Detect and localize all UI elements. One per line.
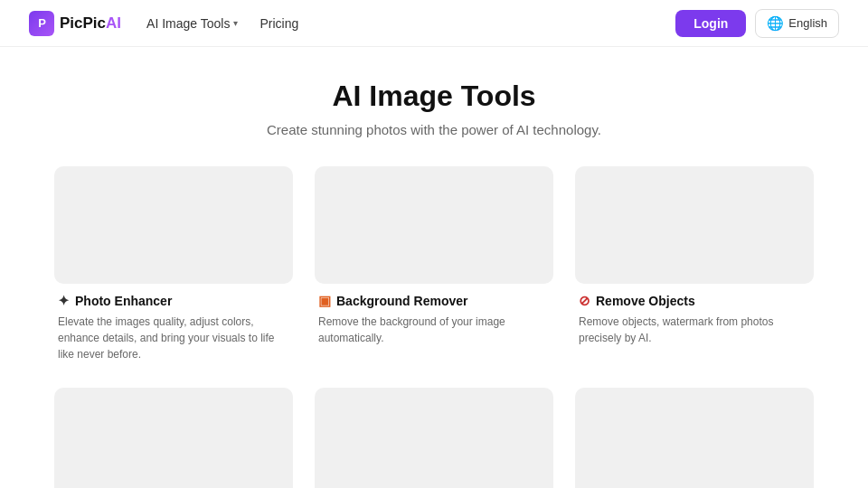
- tool-card-hairstyles-men[interactable]: 🔥Hairstyles For MenTry the best hairstyl…: [315, 388, 553, 488]
- tool-card-hairstyles-women[interactable]: 🔥HairStyles For WomenTry new hairstyles …: [54, 388, 293, 488]
- tool-card-photo-enhancer[interactable]: ✦Photo EnhancerElevate the images qualit…: [54, 166, 293, 366]
- tool-desc-remove-objects: Remove objects, watermark from photos pr…: [579, 314, 810, 346]
- tool-icon-photo-enhancer: ✦: [58, 293, 70, 309]
- logo[interactable]: P PicPicAI: [29, 11, 121, 36]
- tool-card-hairstyles-girls[interactable]: 🔥HairStyles For GirlsTry new hairstyles …: [575, 388, 814, 488]
- chevron-down-icon: ▾: [233, 18, 238, 28]
- logo-icon: P: [29, 11, 54, 36]
- hero-subtitle: Create stunning photos with the power of…: [18, 122, 850, 137]
- hero-section: AI Image Tools Create stunning photos wi…: [0, 47, 868, 159]
- login-button[interactable]: Login: [675, 10, 746, 37]
- nav-item-tools[interactable]: AI Image Tools ▾: [146, 13, 238, 34]
- globe-icon: 🌐: [767, 15, 784, 32]
- nav-left: P PicPicAI AI Image Tools ▾ Pricing: [29, 11, 298, 36]
- tool-card-bg-remover[interactable]: ▣Background RemoverRemove the background…: [315, 166, 553, 366]
- tool-icon-bg-remover: ▣: [318, 293, 331, 309]
- language-selector[interactable]: 🌐 English: [755, 9, 839, 38]
- navbar: P PicPicAI AI Image Tools ▾ Pricing Logi…: [0, 0, 868, 47]
- tools-grid: ✦Photo EnhancerElevate the images qualit…: [0, 159, 868, 488]
- hero-title: AI Image Tools: [18, 80, 850, 113]
- tool-title-photo-enhancer: Photo Enhancer: [75, 294, 172, 308]
- tool-card-remove-objects[interactable]: ⊘Remove ObjectsRemove objects, watermark…: [575, 166, 814, 366]
- tool-icon-remove-objects: ⊘: [579, 293, 590, 309]
- nav-menu: AI Image Tools ▾ Pricing: [146, 13, 298, 34]
- tool-title-bg-remover: Background Remover: [336, 294, 467, 308]
- nav-right: Login 🌐 English: [675, 9, 839, 38]
- logo-text: PicPicAI: [60, 14, 121, 33]
- tool-desc-photo-enhancer: Elevate the images quality, adjust color…: [58, 314, 289, 362]
- tool-title-remove-objects: Remove Objects: [596, 294, 695, 308]
- tool-desc-bg-remover: Remove the background of your image auto…: [318, 314, 550, 346]
- nav-item-pricing[interactable]: Pricing: [259, 13, 298, 34]
